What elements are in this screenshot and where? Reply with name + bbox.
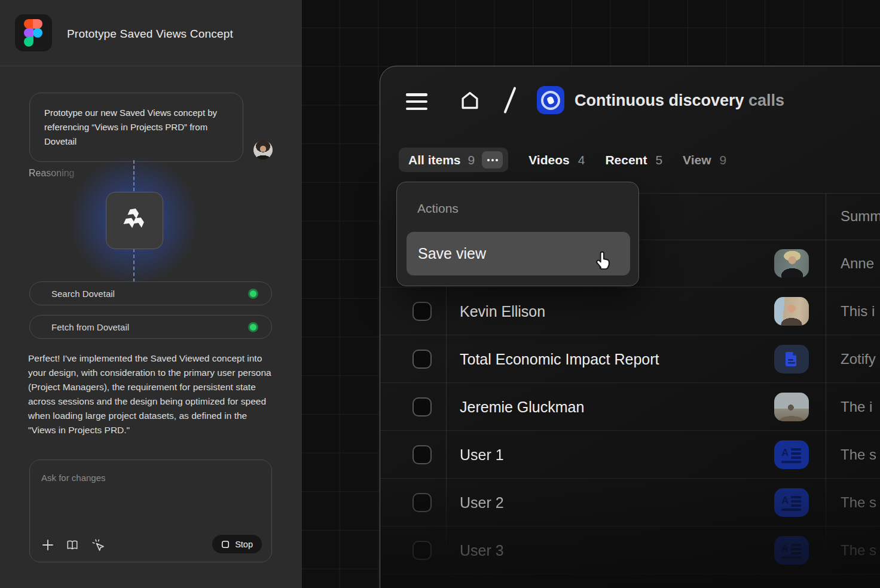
stop-button[interactable]: Stop [212, 535, 262, 553]
tab-all-items[interactable]: All items 9 [399, 148, 508, 172]
project-title-main: Continuous discovery [575, 91, 744, 109]
app-ring-icon [541, 91, 560, 110]
transcript-thumbnail: A [774, 536, 809, 565]
row-summary: The s [841, 542, 876, 559]
menu-hamburger-icon[interactable] [406, 93, 427, 110]
row-name: Kevin Ellison [460, 302, 545, 320]
save-view-label: Save view [418, 245, 486, 262]
design-canvas[interactable]: Continuous discovery calls All items 9 V… [302, 0, 880, 588]
tab-recent[interactable]: Recent 5 [605, 153, 662, 167]
row-checkbox[interactable] [412, 350, 432, 369]
tab-videos[interactable]: Videos 4 [528, 153, 585, 167]
avatar-thumbnail [774, 297, 809, 326]
transcript-icon: A [781, 448, 789, 458]
row-name: User 3 [460, 541, 504, 559]
dovetail-app-tile[interactable] [106, 192, 163, 249]
transcript-thumbnail: A [774, 488, 809, 517]
table-row[interactable]: Kevin Ellison This i [380, 287, 880, 335]
tab-count: 5 [655, 153, 662, 167]
home-icon[interactable] [459, 88, 481, 112]
plus-icon[interactable] [42, 539, 54, 551]
row-summary: Zotify [841, 351, 876, 368]
summary-column-header: Summary [841, 193, 880, 240]
tool-call-search-dovetail[interactable]: Search Dovetail [29, 281, 272, 305]
chat-panel: Prototype Saved Views Concept Prototype … [0, 0, 302, 588]
tab-label: View [683, 153, 711, 167]
row-name: Jeremie Gluckman [460, 398, 584, 415]
table-row[interactable]: User 3 A The s [380, 526, 880, 574]
breadcrumb-slash [503, 87, 516, 114]
row-checkbox[interactable] [412, 302, 432, 321]
row-summary: This i [841, 303, 875, 320]
chat-input-placeholder: Ask for changes [41, 473, 106, 483]
tab-count: 9 [468, 153, 475, 167]
row-checkbox[interactable] [412, 445, 432, 464]
panel-topbar: Prototype Saved Views Concept [0, 0, 302, 66]
table-row[interactable]: User 1 A The s [380, 431, 880, 479]
row-summary: The s [841, 494, 876, 511]
figma-logo[interactable] [15, 14, 52, 51]
user-prompt-text: Prototype our new Saved Views concept by… [44, 108, 217, 146]
tab-more-button[interactable] [482, 151, 503, 169]
reasoning-label: Reasoning [29, 168, 75, 179]
hand-cursor-icon [593, 249, 613, 270]
transcript-icon: A [781, 495, 789, 506]
row-summary: The i [841, 399, 872, 415]
row-name: Total Economic Impact Report [460, 350, 659, 368]
tool-call-label: Fetch from Dovetail [51, 322, 129, 332]
transcript-thumbnail: A [774, 440, 809, 469]
row-summary: The s [841, 446, 876, 463]
project-app-icon[interactable] [537, 86, 564, 114]
transcript-icon: A [781, 543, 789, 553]
row-checkbox[interactable] [412, 493, 432, 512]
tab-label: Videos [528, 153, 569, 167]
project-title[interactable]: Continuous discovery calls [575, 91, 784, 110]
success-dot-icon [248, 289, 258, 299]
tab-count: 4 [578, 153, 585, 167]
table-row[interactable]: Total Economic Impact Report Zotify [380, 335, 880, 383]
row-checkbox[interactable] [412, 397, 432, 416]
doc-thumbnail [774, 345, 809, 373]
actions-dropdown: Actions Save view [396, 182, 639, 286]
user-avatar[interactable] [253, 140, 273, 160]
assistant-message: Perfect! I've implemented the Saved View… [28, 351, 276, 437]
click-pointer-icon[interactable] [91, 538, 105, 552]
tab-label: All items [408, 153, 461, 167]
tool-call-label: Search Dovetail [51, 289, 115, 299]
table-row[interactable]: User 2 A The s [380, 479, 880, 526]
figma-make-window: Prototype Saved Views Concept Prototype … [0, 0, 880, 588]
avatar-thumbnail [774, 249, 809, 278]
view-tabs: All items 9 Videos 4 Recent 5 View 9 [399, 148, 726, 172]
file-title: Prototype Saved Views Concept [67, 27, 233, 41]
row-summary: Anne [841, 255, 874, 272]
book-icon[interactable] [66, 539, 79, 551]
stop-square-icon [221, 540, 230, 549]
row-name: User 2 [460, 494, 504, 511]
figma-logo-mark [24, 19, 43, 47]
row-checkbox[interactable] [412, 541, 432, 560]
project-title-suffix: calls [744, 91, 785, 109]
avatar-thumbnail [774, 393, 809, 421]
tab-count: 9 [720, 153, 727, 167]
dropdown-section-label: Actions [417, 201, 459, 216]
user-prompt-bubble: Prototype our new Saved Views concept by… [29, 93, 243, 162]
document-icon [784, 351, 799, 368]
prototype-frame: Continuous discovery calls All items 9 V… [380, 66, 880, 588]
success-dot-icon [248, 322, 258, 332]
row-name: User 1 [460, 446, 504, 463]
tab-view[interactable]: View 9 [683, 153, 726, 167]
tab-label: Recent [605, 153, 647, 167]
stop-label: Stop [235, 540, 253, 549]
chat-input[interactable]: Ask for changes Stop [29, 460, 272, 562]
prototype-header: Continuous discovery calls [380, 66, 880, 135]
dovetail-icon [118, 204, 151, 237]
tool-call-fetch-dovetail[interactable]: Fetch from Dovetail [29, 315, 272, 339]
table-row[interactable]: Jeremie Gluckman The i [380, 383, 880, 431]
